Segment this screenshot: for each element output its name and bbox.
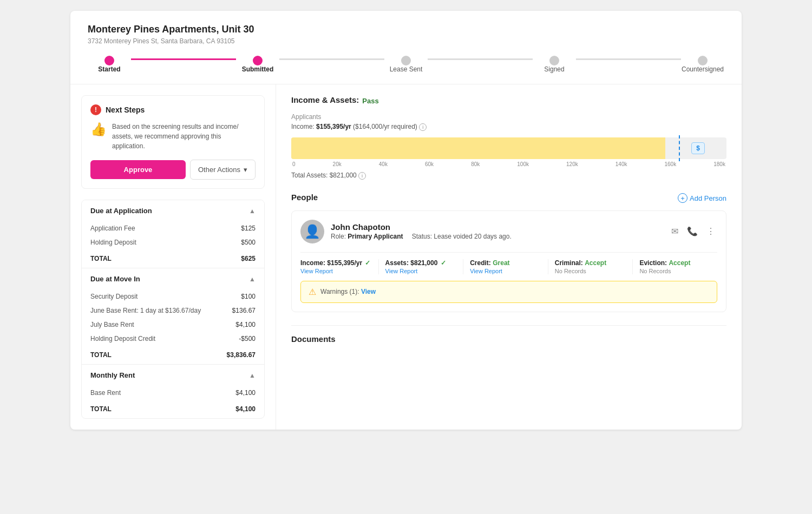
other-actions-button[interactable]: Other Actions ▾: [190, 160, 256, 180]
income-bar-marker-line: [679, 135, 680, 161]
app-total-row: TOTAL $625: [82, 249, 264, 268]
stat-assets-value: Assets: $821,000 ✓: [385, 259, 457, 267]
property-title: Monterey Pines Apartments, Unit 30: [88, 24, 724, 35]
chevron-up-icon-3: ▲: [249, 372, 256, 379]
axis-80k: 80k: [471, 161, 480, 167]
holding-credit-amount: -$500: [239, 335, 256, 342]
person-header-row: 👤 John Chapoton Role: Primary Applicant: [300, 220, 717, 243]
property-address: 3732 Monterey Pines St, Santa Barbara, C…: [88, 37, 724, 45]
stat-income-value: Income: $155,395/yr ✓: [300, 259, 372, 267]
axis-140k: 140k: [615, 161, 627, 167]
step-label-signed: Signed: [544, 65, 564, 73]
june-rent-row: June Base Rent: 1 day at $136.67/day $13…: [82, 304, 264, 318]
holding-deposit-row: Holding Deposit $500: [82, 235, 264, 249]
step-submitted: Submitted: [236, 56, 279, 73]
add-person-icon: +: [678, 193, 687, 203]
stat-criminal: Criminal: Accept No Records: [548, 259, 633, 274]
monthly-rent-group: Monthly Rent ▲ Base Rent $4,100 TOTAL $4…: [82, 365, 264, 418]
warning-text: Warnings (1): View: [320, 288, 376, 295]
people-header: People + Add Person: [291, 193, 726, 204]
eviction-sub: No Records: [639, 268, 711, 274]
connector-lease-signed: [428, 58, 533, 60]
stat-eviction: Eviction: Accept No Records: [633, 259, 717, 274]
next-steps-title: Next Steps: [106, 106, 145, 114]
monthly-total-row: TOTAL $4,100: [82, 400, 264, 418]
july-rent-label: July Base Rent: [90, 321, 134, 328]
security-deposit-row: Security Deposit $100: [82, 289, 264, 304]
chevron-up-icon-2: ▲: [249, 275, 256, 283]
app-total-amount: $625: [241, 255, 256, 262]
stat-assets: Assets: $821,000 ✓ View Report: [379, 259, 464, 274]
more-options-button[interactable]: ⋮: [704, 224, 717, 239]
criminal-sub: No Records: [555, 268, 626, 274]
base-rent-label: Base Rent: [90, 389, 121, 397]
monthly-total-label: TOTAL: [90, 405, 112, 413]
chevron-up-icon: ▲: [249, 207, 256, 215]
income-check-icon: ✓: [365, 259, 370, 267]
axis-labels: 0 20k 40k 60k 80k 100k 120k 140k 160k 18…: [291, 161, 726, 167]
step-dot-signed: [549, 56, 559, 65]
app-fee-label: Application Fee: [90, 225, 135, 232]
avatar: 👤: [300, 220, 324, 243]
person-name: John Chapoton: [331, 222, 663, 232]
step-label-lease: Lease Sent: [390, 65, 423, 73]
warning-view-link[interactable]: View: [361, 288, 376, 295]
person-actions: ✉ 📞 ⋮: [669, 224, 717, 239]
header-section: Monterey Pines Apartments, Unit 30 3732 …: [70, 11, 742, 84]
assets-view-report[interactable]: View Report: [385, 268, 457, 274]
monthly-total-amount: $4,100: [235, 405, 256, 413]
due-at-move-in-header[interactable]: Due at Move In ▲: [82, 268, 264, 289]
person-stats: Income: $155,395/yr ✓ View Report Assets…: [300, 252, 717, 274]
move-in-total-row: TOTAL $3,836.67: [82, 346, 264, 364]
person-role: Role: Primary Applicant: [331, 233, 403, 240]
due-at-move-in-title: Due at Move In: [90, 275, 140, 283]
step-lease-sent: Lease Sent: [384, 56, 428, 73]
stat-credit: Credit: Great View Report: [463, 259, 548, 274]
left-panel: ! Next Steps 👍 Based on the screening re…: [70, 84, 276, 430]
income-bar-track: $: [291, 137, 726, 159]
progress-steps: Started Submitted Lease Sent: [88, 56, 724, 73]
base-rent-amount: $4,100: [235, 389, 256, 397]
june-rent-label: June Base Rent: 1 day at $136.67/day: [90, 307, 201, 314]
thumbs-up-icon: 👍: [90, 122, 107, 137]
content-area: ! Next Steps 👍 Based on the screening re…: [70, 84, 742, 430]
info-icon-assets[interactable]: i: [358, 172, 366, 180]
info-icon[interactable]: i: [419, 123, 427, 131]
connector-submitted-lease: [279, 58, 384, 60]
documents-section: Documents: [291, 325, 726, 344]
email-button[interactable]: ✉: [669, 224, 680, 239]
chevron-down-icon: ▾: [244, 166, 247, 174]
income-view-report[interactable]: View Report: [300, 268, 372, 274]
person-info: John Chapoton Role: Primary Applicant St…: [331, 222, 663, 240]
step-label-started: Started: [98, 65, 120, 73]
next-steps-body: 👍 Based on the screening results and inc…: [90, 122, 256, 151]
income-bar-container: $ 0 20k 40k 60k 80k 100k 120k 140k 160k: [291, 137, 726, 167]
applicants-label: Applicants: [291, 113, 726, 121]
axis-60k: 60k: [425, 161, 434, 167]
june-rent-amount: $136.67: [232, 307, 256, 314]
approve-button[interactable]: Approve: [90, 160, 186, 179]
next-steps-header: ! Next Steps: [90, 104, 256, 115]
credit-view-report[interactable]: View Report: [470, 268, 541, 274]
stat-income: Income: $155,395/yr ✓ View Report: [300, 259, 379, 274]
warning-bar: ⚠ Warnings (1): View: [300, 281, 717, 303]
alert-icon: !: [90, 104, 101, 115]
stat-criminal-value: Criminal: Accept: [555, 259, 626, 267]
step-dot-started: [104, 56, 114, 65]
base-rent-row: Base Rent $4,100: [82, 386, 264, 400]
monthly-rent-title: Monthly Rent: [90, 371, 135, 379]
assets-check-icon: ✓: [441, 259, 446, 267]
people-section: People + Add Person 👤: [291, 193, 726, 312]
step-countersigned: Countersigned: [681, 56, 724, 73]
axis-40k: 40k: [379, 161, 388, 167]
step-started: Started: [88, 56, 131, 73]
person-status: Status: Lease voided 20 days ago.: [412, 233, 512, 240]
holding-deposit-label: Holding Deposit: [90, 239, 136, 246]
due-at-application-header[interactable]: Due at Application ▲: [82, 200, 264, 221]
documents-title: Documents: [291, 334, 726, 344]
monthly-rent-header[interactable]: Monthly Rent ▲: [82, 365, 264, 386]
step-signed: Signed: [533, 56, 576, 73]
add-person-link[interactable]: + Add Person: [678, 193, 726, 203]
phone-button[interactable]: 📞: [685, 224, 700, 239]
move-in-total-label: TOTAL: [90, 351, 112, 359]
